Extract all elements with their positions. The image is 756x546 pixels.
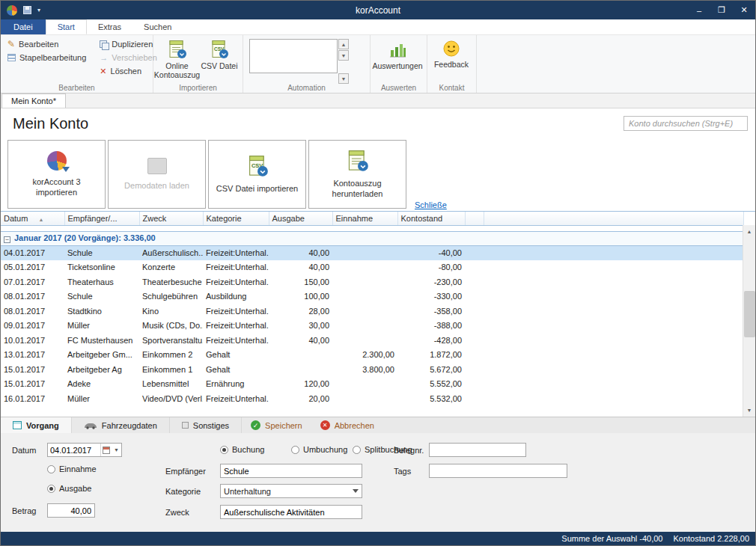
feedback-label: Feedback <box>434 60 469 69</box>
minimize-button[interactable]: – <box>688 1 710 19</box>
auswertungen-button[interactable]: Auswertungen <box>374 37 421 73</box>
kategorie-value: Unterhaltung <box>224 487 350 496</box>
column-header-ausgabe[interactable]: Ausgabe <box>269 212 332 225</box>
cell-kategorie: Freizeit:Unterhal... <box>203 319 269 334</box>
cell-datum: 15.01.2017 <box>1 362 64 377</box>
start-cards: korAccount 3 importieren Demodaten laden… <box>1 138 755 211</box>
duplizieren-label: Duplizieren <box>112 40 153 49</box>
table-row[interactable]: 07.01.2017TheaterhausTheaterbesucheFreiz… <box>1 274 744 289</box>
tab-sonstiges[interactable]: Sonstiges <box>170 417 242 433</box>
ausgabe-radio[interactable]: Ausgabe <box>47 484 91 493</box>
cell-fill <box>484 274 744 289</box>
tab-datei[interactable]: Datei <box>1 19 46 34</box>
datum-input[interactable] <box>48 446 100 455</box>
cell-datum: 10.01.2017 <box>1 333 64 348</box>
tags-input[interactable] <box>429 464 567 478</box>
csv-datei-button[interactable]: CSV CSV Datei <box>199 37 240 82</box>
table-row[interactable]: 04.01.2017SchuleAußerschulisch...Freizei… <box>1 245 744 260</box>
group-label-bearbeiten: Bearbeiten <box>1 84 153 92</box>
tab-start[interactable]: Start <box>46 19 87 34</box>
column-header-extra[interactable] <box>465 212 484 225</box>
collapse-group-icon[interactable]: − <box>4 236 10 243</box>
csv-file-icon: CSV <box>210 40 229 59</box>
datum-field[interactable]: ▼ <box>47 443 122 457</box>
cell-kontostand: 1.872,00 <box>397 348 465 363</box>
cell-ausgabe: 20,00 <box>269 391 332 406</box>
kategorie-select[interactable]: Unterhaltung <box>220 484 362 498</box>
stapelbearbeitung-button[interactable]: Stapelbearbeitung <box>4 51 90 64</box>
qat-dropdown-icon[interactable]: ▾ <box>37 7 40 13</box>
table-row[interactable]: 09.01.2017MüllerMusik (CDs, Do...Freizei… <box>1 319 744 334</box>
verschieben-button[interactable]: → Verschieben <box>96 51 161 64</box>
tab-mein-konto[interactable]: Mein Konto* <box>1 93 66 108</box>
calendar-icon[interactable] <box>100 444 112 456</box>
online-kontoauszug-button[interactable]: Online Kontoauszug <box>156 37 198 82</box>
loeschen-button[interactable]: ✕ Löschen <box>96 64 161 78</box>
betrag-input[interactable] <box>47 503 95 518</box>
bank-statement-icon <box>168 40 187 59</box>
card-label: korAccount 3 importieren <box>8 177 105 198</box>
automation-down-icon[interactable]: ▼ <box>338 50 349 61</box>
save-icon[interactable] <box>23 6 31 14</box>
vertical-scrollbar[interactable]: ▲ ▼ <box>743 225 755 417</box>
table-row[interactable]: 16.01.2017MüllerVideo/DVD (Verl...Freize… <box>1 391 744 406</box>
search-input[interactable] <box>624 116 748 131</box>
table-row[interactable]: 13.01.2017Arbeitgeber Gm...Einkommen 2Ge… <box>1 348 744 363</box>
group-label-importieren: Importieren <box>153 84 243 92</box>
column-header-kontostand[interactable]: Kontostand <box>397 212 465 225</box>
tab-extras[interactable]: Extras <box>87 19 132 34</box>
table-row[interactable]: 05.01.2017TicketsonlineKonzerteFreizeit:… <box>1 260 744 275</box>
statusbar: Summe der Auswahl -40,00 Kontostand 2.22… <box>1 532 755 545</box>
group-header-label: Januar 2017 (20 Vorgänge): 3.336,00 <box>14 233 156 242</box>
datum-dropdown-icon[interactable]: ▼ <box>112 444 121 456</box>
empfaenger-input[interactable] <box>220 464 362 478</box>
automation-up-icon[interactable]: ▲ <box>338 39 349 49</box>
table-row[interactable]: 15.01.2017AdekeLebensmittelErnährung120,… <box>1 377 744 392</box>
close-button[interactable]: ✕ <box>733 1 755 19</box>
scroll-up-icon[interactable]: ▲ <box>743 225 756 238</box>
quick-access-toolbar: ▾ <box>1 5 40 16</box>
automation-listbox[interactable] <box>249 39 338 73</box>
column-header-empfaenger[interactable]: Empfänger/... <box>64 212 139 225</box>
cell-datum: 08.01.2017 <box>1 304 64 319</box>
automation-expand-icon[interactable]: ▼ <box>338 73 349 84</box>
feedback-button[interactable]: Feedback <box>430 37 472 71</box>
speichern-button[interactable]: ✓ Speichern <box>242 417 311 433</box>
scrollbar-track[interactable] <box>743 238 756 404</box>
zweck-input[interactable] <box>220 505 362 519</box>
tab-suchen[interactable]: Suchen <box>132 19 183 34</box>
cell-einnahme <box>332 377 397 392</box>
batch-edit-icon <box>7 54 16 61</box>
cell-fill <box>484 260 744 275</box>
cell-ausgabe: 40,00 <box>269 245 332 260</box>
column-header-einnahme[interactable]: Einnahme <box>332 212 397 225</box>
table-row[interactable]: 10.01.2017FC MusterhausenSportveranstalt… <box>1 333 744 348</box>
card-csv-importieren[interactable]: CSV CSV Datei importieren <box>208 140 306 209</box>
tab-sonstiges-label: Sonstiges <box>193 421 229 430</box>
close-cards-link[interactable]: Schließe <box>415 200 447 209</box>
table-row[interactable]: 15.01.2017Arbeitgeber AgEinkommen 1Gehal… <box>1 362 744 377</box>
maximize-button[interactable]: ❐ <box>710 1 733 19</box>
card-kontoauszug-herunterladen[interactable]: Kontoauszug herunterladen <box>308 140 406 209</box>
card-koraccount3-import[interactable]: korAccount 3 importieren <box>7 140 106 209</box>
cell-zweck: Lebensmittel <box>139 377 203 392</box>
abbrechen-button[interactable]: ✕ Abbrechen <box>311 417 383 433</box>
table-row[interactable]: 08.01.2017StadtkinoKinoFreizeit:Unterhal… <box>1 304 744 319</box>
app-icon[interactable] <box>7 5 17 16</box>
column-header-datum[interactable]: Datum▲ <box>1 212 64 225</box>
buchung-radio[interactable]: Buchung <box>220 445 264 454</box>
belegnr-input[interactable] <box>429 443 526 457</box>
table-row[interactable]: 08.01.2017SchuleSchulgebührenAusbildung1… <box>1 289 744 304</box>
bearbeiten-button[interactable]: ✎ Bearbeiten <box>4 37 90 51</box>
duplizieren-button[interactable]: Duplizieren <box>96 37 161 51</box>
scrollbar-thumb[interactable] <box>744 291 755 337</box>
scroll-down-icon[interactable]: ▼ <box>743 404 756 417</box>
umbuchung-radio[interactable]: Umbuchung <box>291 445 347 454</box>
einnahme-radio[interactable]: Einnahme <box>47 464 97 473</box>
group-header-row[interactable]: −Januar 2017 (20 Vorgänge): 3.336,00 <box>1 231 744 245</box>
card-demodaten-laden[interactable]: Demodaten laden <box>108 140 206 209</box>
column-header-kategorie[interactable]: Kategorie <box>203 212 269 225</box>
tab-vorgang[interactable]: Vorgang <box>1 417 72 433</box>
column-header-zweck[interactable]: Zweck <box>139 212 203 225</box>
tab-fahrzeugdaten[interactable]: Fahrzeugdaten <box>72 417 170 433</box>
